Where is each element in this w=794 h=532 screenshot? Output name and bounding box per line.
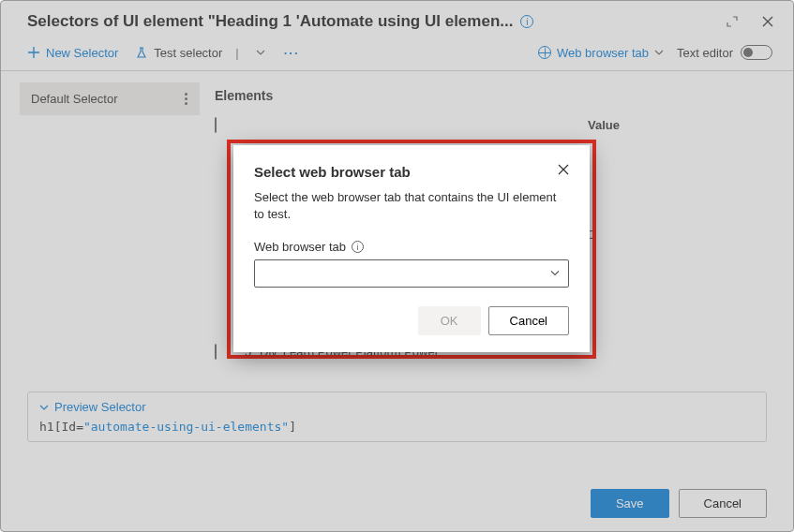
select-browser-tab-dialog: Select web browser tab Select the web br… <box>233 145 590 352</box>
dialog-description: Select the web browser tab that contains… <box>254 189 569 223</box>
info-icon[interactable]: i <box>352 241 364 253</box>
browser-tab-field-label: Web browser tab <box>254 240 346 254</box>
browser-tab-select[interactable] <box>254 259 569 288</box>
dialog-cancel-button[interactable]: Cancel <box>488 306 569 335</box>
ok-button[interactable]: OK <box>418 306 481 335</box>
dialog-close-icon[interactable] <box>558 164 569 178</box>
dialog-title: Select web browser tab <box>254 164 411 180</box>
